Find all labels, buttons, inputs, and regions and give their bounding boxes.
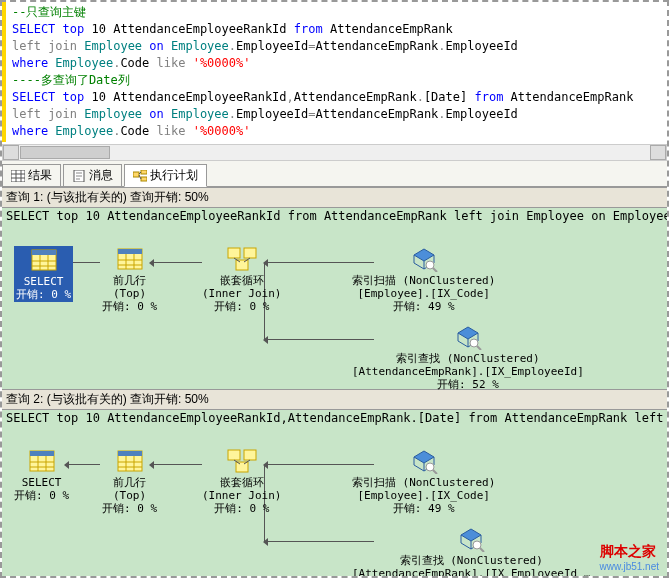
join-icon	[226, 448, 258, 474]
plan-canvas[interactable]: SELECT开销: 0 %前几行(Top)开销: 0 %嵌套循环(Inner J…	[2, 426, 667, 578]
node-label: SELECT	[14, 476, 69, 489]
tab-label: 消息	[89, 167, 113, 184]
svg-point-33	[470, 339, 478, 347]
code-line[interactable]: left join Employee on Employee.EmployeeI…	[12, 106, 667, 123]
watermark-url: www.jb51.net	[600, 561, 659, 572]
top-icon	[114, 246, 146, 272]
node-label: 索引扫描 (NonClustered)	[352, 274, 495, 287]
svg-point-54	[473, 541, 481, 549]
query-header: 查询 1: (与该批有关的) 查询开销: 50%	[2, 187, 667, 208]
node-label: (Top)	[102, 287, 157, 300]
svg-rect-42	[118, 451, 142, 456]
query-sql-text[interactable]: SELECT top 10 AttendanceEmployeeRankId,A…	[2, 410, 667, 426]
svg-point-52	[426, 463, 434, 471]
tab-结果[interactable]: 结果	[2, 164, 61, 186]
svg-rect-9	[133, 172, 139, 177]
svg-rect-21	[118, 249, 142, 254]
node-label: [Employee].[IX_Code]	[352, 287, 495, 300]
select-icon	[26, 448, 58, 474]
node-label: [AttendanceEmpRank].[IX_EmployeeId_…	[352, 567, 590, 578]
node-label: SELECT	[16, 275, 71, 288]
grid-icon	[11, 170, 25, 182]
plan-node-seek2[interactable]: 索引查找 (NonClustered)[AttendanceEmpRank].[…	[352, 324, 584, 391]
node-label: (Inner Join)	[202, 287, 281, 300]
node-label: 前几行	[102, 274, 157, 287]
code-line[interactable]: where Employee.Code like '%0000%'	[12, 55, 667, 72]
scroll-left-arrow[interactable]	[3, 145, 19, 160]
node-label: 开销: 0 %	[202, 502, 281, 515]
plan-node-join[interactable]: 嵌套循环(Inner Join)开销: 0 %	[202, 448, 281, 515]
svg-rect-10	[141, 170, 147, 174]
plan-canvas[interactable]: SELECT开销: 0 %前几行(Top)开销: 0 %嵌套循环(Inner J…	[2, 224, 667, 389]
plan-arrow	[150, 262, 202, 263]
seek-icon	[452, 324, 484, 350]
node-label: 开销: 0 %	[14, 489, 69, 502]
svg-rect-36	[30, 451, 54, 456]
node-label: 开销: 0 %	[16, 288, 71, 301]
plan-node-seek1[interactable]: 索引扫描 (NonClustered)[Employee].[IX_Code]开…	[352, 246, 495, 313]
svg-rect-47	[228, 450, 240, 460]
node-label: [Employee].[IX_Code]	[352, 489, 495, 502]
join-icon	[226, 246, 258, 272]
node-label: 嵌套循环	[202, 476, 281, 489]
query-sql-text[interactable]: SELECT top 10 AttendanceEmployeeRankId f…	[2, 208, 667, 224]
code-line[interactable]: where Employee.Code like '%0000%'	[12, 123, 667, 140]
code-line[interactable]: --只查询主键	[12, 4, 667, 21]
node-label: (Top)	[102, 489, 157, 502]
scroll-right-arrow[interactable]	[650, 145, 666, 160]
node-label: 开销: 49 %	[352, 502, 495, 515]
query-header: 查询 2: (与该批有关的) 查询开销: 50%	[2, 389, 667, 410]
node-label: 开销: 0 %	[202, 300, 281, 313]
editor-h-scrollbar[interactable]	[2, 144, 667, 161]
plan-node-seek1[interactable]: 索引扫描 (NonClustered)[Employee].[IX_Code]开…	[352, 448, 495, 515]
node-label: 开销: 0 %	[102, 300, 157, 313]
scroll-thumb[interactable]	[20, 146, 110, 159]
result-tabs: 结果消息执行计划	[2, 161, 667, 187]
plan-icon	[133, 170, 147, 182]
sql-editor[interactable]: --只查询主键SELECT top 10 AttendanceEmployeeR…	[2, 2, 667, 142]
code-line[interactable]: ----多查询了Date列	[12, 72, 667, 89]
node-label: 开销: 0 %	[102, 502, 157, 515]
plan-node-top[interactable]: 前几行(Top)开销: 0 %	[102, 448, 157, 515]
code-line[interactable]: left join Employee on Employee.EmployeeI…	[12, 38, 667, 55]
svg-rect-49	[236, 462, 248, 472]
svg-line-32	[433, 268, 437, 272]
tab-label: 执行计划	[150, 167, 198, 184]
seek-icon	[455, 526, 487, 552]
top-icon	[114, 448, 146, 474]
select-icon	[28, 247, 60, 273]
seek-icon	[408, 246, 440, 272]
watermark: 脚本之家 www.jb51.net	[600, 543, 659, 572]
tab-消息[interactable]: 消息	[63, 164, 122, 186]
plan-arrow	[150, 464, 202, 465]
svg-line-34	[477, 346, 481, 350]
node-label: 嵌套循环	[202, 274, 281, 287]
plan-node-seek2[interactable]: 索引查找 (NonClustered)[AttendanceEmpRank].[…	[352, 526, 590, 578]
tab-执行计划[interactable]: 执行计划	[124, 164, 207, 187]
svg-point-31	[426, 261, 434, 269]
seek-icon	[408, 448, 440, 474]
node-label: 开销: 49 %	[352, 300, 495, 313]
plan-node-top[interactable]: 前几行(Top)开销: 0 %	[102, 246, 157, 313]
svg-rect-27	[244, 248, 256, 258]
node-label: (Inner Join)	[202, 489, 281, 502]
svg-rect-26	[228, 248, 240, 258]
node-label: 索引扫描 (NonClustered)	[352, 476, 495, 489]
plan-node-join[interactable]: 嵌套循环(Inner Join)开销: 0 %	[202, 246, 281, 313]
plan-node-select[interactable]: SELECT开销: 0 %	[14, 448, 69, 502]
node-label: [AttendanceEmpRank].[IX_EmployeeId]	[352, 365, 584, 378]
svg-line-55	[480, 548, 484, 552]
svg-rect-28	[236, 260, 248, 270]
tab-label: 结果	[28, 167, 52, 184]
node-label: 索引查找 (NonClustered)	[352, 554, 590, 567]
svg-rect-48	[244, 450, 256, 460]
plan-node-select[interactable]: SELECT开销: 0 %	[14, 246, 73, 302]
execution-plan-area: 查询 1: (与该批有关的) 查询开销: 50%SELECT top 10 At…	[2, 187, 667, 578]
watermark-brand: 脚本之家	[600, 543, 656, 559]
node-label: 索引查找 (NonClustered)	[352, 352, 584, 365]
doc-icon	[72, 170, 86, 182]
node-label: 前几行	[102, 476, 157, 489]
code-line[interactable]: SELECT top 10 AttendanceEmployeeRankId,A…	[12, 89, 667, 106]
code-line[interactable]: SELECT top 10 AttendanceEmployeeRankId f…	[12, 21, 667, 38]
svg-rect-0	[11, 170, 25, 182]
